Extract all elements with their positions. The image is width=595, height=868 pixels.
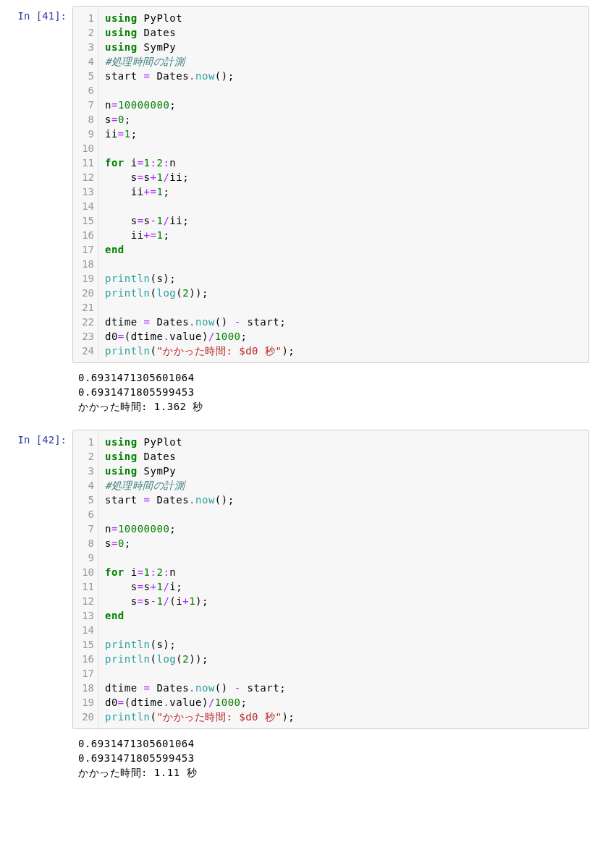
code-line[interactable]: #処理時間の計測: [105, 478, 583, 493]
code-token: i;: [169, 581, 182, 592]
code-line[interactable]: start = Dates.now();: [105, 69, 583, 83]
output-content: 0.69314713056010640.6931471805599453かかった…: [72, 367, 595, 417]
code-token: 1: [189, 595, 195, 607]
line-number: 20: [73, 286, 94, 300]
code-token: /: [208, 697, 215, 708]
code-line[interactable]: println(log(2));: [105, 286, 583, 300]
code-token: ;: [169, 99, 176, 111]
code-token: 0: [118, 114, 125, 125]
code-line[interactable]: end: [105, 242, 583, 257]
code-token: );: [195, 595, 208, 607]
line-number: 2: [73, 449, 94, 464]
code-content[interactable]: using PyPlotusing Datesusing SymPy#処理時間の…: [99, 430, 588, 728]
notebook-cell: In [42]:1234567891011121314151617181920u…: [0, 430, 595, 783]
code-line[interactable]: using SymPy: [105, 40, 583, 54]
line-number: 7: [73, 98, 94, 112]
code-token: 1000: [215, 697, 241, 708]
code-line[interactable]: start = Dates.now();: [105, 493, 583, 507]
input-prompt: In [42]:: [0, 430, 72, 446]
code-token: end: [105, 244, 125, 255]
code-line[interactable]: ii=1;: [105, 127, 583, 141]
code-line[interactable]: [105, 300, 583, 315]
code-input-area[interactable]: 123456789101112131415161718192021222324u…: [72, 6, 589, 363]
code-line[interactable]: using SymPy: [105, 464, 583, 478]
line-number: 3: [73, 464, 94, 478]
code-line[interactable]: [105, 666, 583, 681]
code-token: 2: [182, 653, 189, 665]
code-line[interactable]: s=0;: [105, 536, 583, 550]
code-line[interactable]: println("かかった時間: $d0 秒");: [105, 710, 583, 724]
code-line[interactable]: [105, 199, 583, 213]
code-token: Dates: [151, 70, 190, 82]
code-line[interactable]: d0=(dtime.value)/1000;: [105, 329, 583, 344]
code-line[interactable]: println(s);: [105, 271, 583, 286]
code-line[interactable]: s=s+1/i;: [105, 579, 583, 594]
code-line[interactable]: n=10000000;: [105, 98, 583, 112]
code-token: +=: [144, 186, 157, 197]
code-line[interactable]: using Dates: [105, 449, 583, 464]
code-line[interactable]: dtime = Dates.now() - start;: [105, 681, 583, 695]
code-token: ));: [189, 653, 208, 665]
code-token: ;: [163, 229, 169, 241]
code-token: /: [163, 595, 169, 607]
line-number: 6: [73, 507, 94, 522]
code-line[interactable]: println(s);: [105, 637, 583, 652]
code-token: +=: [144, 229, 157, 241]
code-line[interactable]: using Dates: [105, 25, 583, 40]
line-number: 8: [73, 536, 94, 550]
input-row: In [41]:12345678910111213141516171819202…: [0, 6, 595, 363]
code-line[interactable]: ii+=1;: [105, 228, 583, 242]
code-line[interactable]: s=0;: [105, 112, 583, 127]
code-line[interactable]: for i=1:2:n: [105, 565, 583, 579]
code-line[interactable]: [105, 141, 583, 156]
line-number: 8: [73, 112, 94, 127]
code-line[interactable]: end: [105, 608, 583, 623]
code-token: ;: [125, 537, 131, 549]
code-line[interactable]: d0=(dtime.value)/1000;: [105, 695, 583, 710]
code-token: println: [105, 711, 151, 723]
code-token: for: [105, 157, 125, 169]
code-token: start: [105, 494, 144, 506]
code-line[interactable]: dtime = Dates.now() - start;: [105, 315, 583, 329]
code-line[interactable]: [105, 550, 583, 565]
line-number: 12: [73, 594, 94, 608]
code-line[interactable]: [105, 83, 583, 98]
code-line[interactable]: for i=1:2:n: [105, 156, 583, 170]
line-number: 11: [73, 156, 94, 170]
line-number: 10: [73, 141, 94, 156]
code-token: :: [163, 157, 169, 169]
code-token: log: [156, 287, 176, 299]
code-token: using: [105, 436, 138, 448]
code-token: now: [195, 494, 215, 506]
code-token: /: [163, 581, 169, 592]
output-line: 0.6931471305601064: [78, 736, 589, 751]
line-number: 4: [73, 54, 94, 69]
code-line[interactable]: s=s-1/ii;: [105, 213, 583, 228]
code-token: n: [105, 99, 111, 111]
code-token: );: [282, 345, 295, 357]
code-line[interactable]: #処理時間の計測: [105, 54, 583, 69]
code-line[interactable]: [105, 623, 583, 637]
code-token: println: [105, 653, 151, 665]
code-line[interactable]: println("かかった時間: $d0 秒");: [105, 344, 583, 358]
line-number: 13: [73, 184, 94, 199]
code-token: .: [189, 316, 195, 328]
code-line[interactable]: n=10000000;: [105, 522, 583, 536]
code-line[interactable]: using PyPlot: [105, 435, 583, 449]
code-line[interactable]: s=s-1/(i+1);: [105, 594, 583, 608]
code-line[interactable]: using PyPlot: [105, 11, 583, 25]
code-token: log: [156, 653, 176, 665]
line-number-gutter: 123456789101112131415161718192021222324: [73, 7, 99, 362]
code-input-area[interactable]: 1234567891011121314151617181920using PyP…: [72, 430, 589, 729]
code-token: 2: [182, 287, 189, 299]
code-token: .: [189, 70, 195, 82]
code-token: 10000000: [118, 523, 169, 535]
code-token: (s);: [151, 639, 177, 650]
code-line[interactable]: [105, 507, 583, 522]
code-line[interactable]: println(log(2));: [105, 652, 583, 666]
code-content[interactable]: using PyPlotusing Datesusing SymPy#処理時間の…: [99, 7, 588, 362]
code-token: 1000: [215, 331, 241, 342]
code-line[interactable]: ii+=1;: [105, 184, 583, 199]
code-line[interactable]: [105, 257, 583, 271]
code-line[interactable]: s=s+1/ii;: [105, 170, 583, 184]
